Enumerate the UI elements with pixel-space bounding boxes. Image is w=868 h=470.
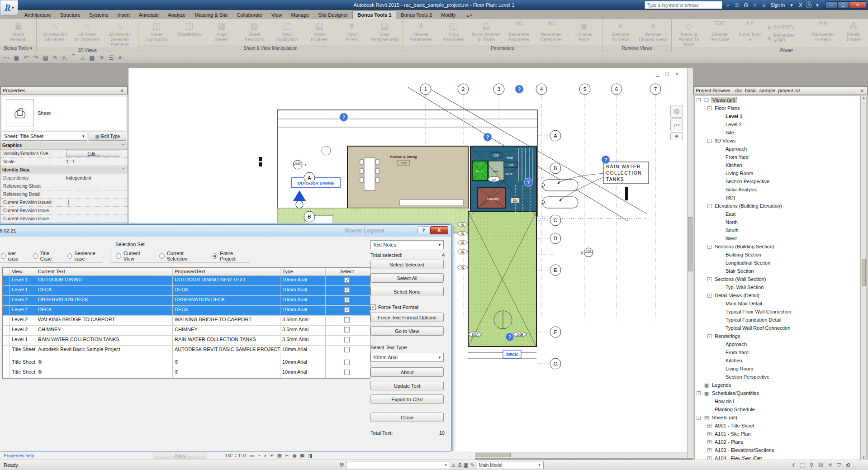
table-row[interactable]: Title SheetAutodesk Revit Basic Sample P… (3, 346, 370, 358)
ribbon-button-view-filters[interactable]: ▼View Filters (336, 19, 368, 45)
view-control-icon-8[interactable]: ◨ (308, 453, 312, 458)
select-none-button[interactable]: Select None (370, 287, 444, 296)
tree-item-level-2[interactable]: Level 2 (695, 120, 860, 128)
about-button[interactable]: About (370, 367, 444, 377)
tree-expander-icon[interactable]: + (707, 448, 711, 452)
qat-icon-7[interactable]: ⌒ (71, 53, 76, 62)
case-radio-title-case[interactable]: Title Case (33, 251, 59, 261)
tree-item-solar-analysis[interactable]: Solar Analysis (695, 185, 860, 194)
tab-massing-site[interactable]: Massing & Site (190, 11, 232, 19)
tab-bonus-tools-1[interactable]: Bonus Tools 1 (352, 10, 396, 19)
row-select-checkbox[interactable] (344, 277, 350, 283)
view-control-icon-7[interactable]: ▣ (300, 453, 304, 458)
tree-item-a103-elevations-sections[interactable]: +A103 - Elevations/Sections (695, 446, 860, 454)
sign-in-button[interactable]: Sign In (769, 3, 786, 8)
tree-expander-icon[interactable]: + (707, 440, 711, 444)
tree-item-longitudinal-section[interactable]: Longitudinal Section (695, 259, 860, 267)
favorites-star-icon[interactable]: ☆ (751, 2, 759, 8)
qat-icon-0[interactable]: ▭ (4, 54, 9, 61)
tree-item-typical-floor-wall-connection[interactable]: Typical Floor Wall Connection (695, 308, 860, 316)
canvas-vertical-scrollbar[interactable] (687, 68, 693, 458)
row-select-checkbox[interactable] (344, 337, 350, 342)
table-row[interactable]: Level 2DECKDECK10mm Arial (3, 306, 370, 316)
design-option-dropdown[interactable]: Main Model▼ (477, 461, 544, 469)
tab-bonus-tools-2[interactable]: Bonus Tools 2 (396, 11, 436, 19)
view-control-icon-0[interactable]: ▭ (249, 453, 254, 458)
user-icon[interactable]: ☺ (760, 2, 768, 8)
ribbon-button-renumber-categories[interactable]: 001Renumber Categories (535, 19, 568, 45)
ribbon-button-navisworks-to-revit[interactable]: N RNavisworks to Revit (808, 19, 839, 47)
edit-type-button[interactable]: ▦Edit Type (89, 132, 126, 141)
view-scale[interactable]: 1/4" = 1'-0 (225, 453, 246, 458)
tab-insert[interactable]: Insert (113, 11, 135, 19)
tree-item-south[interactable]: South (695, 226, 860, 234)
identity-data-section-header[interactable]: Identity Data⌃ (0, 166, 128, 174)
project-browser-title-bar[interactable]: Project Browser - rac_basic_sample_proje… (693, 86, 868, 95)
communication-icon[interactable]: ☊ (742, 2, 749, 8)
ribbon-button-room-number-to-doors[interactable]: ▤Room Number to Doors (470, 19, 503, 45)
help-dropdown-icon[interactable]: ▾ (814, 2, 821, 8)
qat-icon-9[interactable]: ▦ (89, 54, 95, 61)
ribbon-button-view-duplication[interactable]: ◫View Duplication (270, 19, 303, 45)
tree-item-renderings[interactable]: -Renderings (695, 332, 860, 340)
table-row[interactable]: Level 1RAIN WATER COLLECTION TANKSRAIN W… (3, 336, 370, 346)
ribbon-button-sheetemup[interactable]: ◫SheetEMup (173, 19, 205, 45)
application-menu-button[interactable]: R▾ (0, 0, 18, 15)
tab-systems[interactable]: Systems (85, 11, 113, 19)
tab-manage[interactable]: Manage (287, 11, 314, 19)
view-control-icon-2[interactable]: ◑ (263, 453, 266, 458)
tree-expander-icon[interactable]: - (707, 294, 711, 298)
tree-item-a001-title-sheet[interactable]: +A001 - Title Sheet (695, 422, 860, 430)
table-header-row[interactable]: View Current Text ProposedText Type Sele… (3, 268, 370, 276)
ribbon-button-views-to-sheet[interactable]: ▤Views to Sheet (303, 19, 336, 45)
tree-item-how-do-i[interactable]: How do I (695, 397, 860, 405)
row-select-checkbox[interactable] (344, 297, 350, 303)
help-search-box[interactable] (645, 1, 722, 9)
project-browser-close-icon[interactable]: ✕ (859, 88, 865, 93)
tree-item-stair-section[interactable]: Stair Section (695, 267, 860, 275)
tab-analyze[interactable]: Analyze (163, 11, 190, 19)
tree-item-north[interactable]: North (695, 218, 860, 226)
tree-item-typical-foundation-detail[interactable]: Typical Foundation Detail (695, 316, 860, 324)
ribbon-button-3d-views-for-worksets[interactable]: ⌂3d Views for Worksets (71, 19, 104, 47)
selection-radio-current-selection[interactable]: Current Selection (159, 251, 205, 261)
ribbon-button-sheet-duplication[interactable]: ◫Sheet Duplication (140, 19, 173, 45)
close-dialog-button[interactable]: Close (370, 413, 444, 422)
properties-help-link[interactable]: Properties help (4, 453, 126, 458)
worksets-icon[interactable]: ⚒ (339, 462, 344, 468)
tab-collaborate[interactable]: Collaborate (232, 11, 267, 19)
restore-button[interactable]: ▢ (837, 1, 849, 9)
ribbon-button-areas-or-rooms-to-mass[interactable]: ◇Areas or Rooms To Mass (674, 19, 704, 47)
tree-item-3d-views[interactable]: -3D Views (695, 137, 860, 145)
table-row[interactable]: Title Sheet®®10mm Arial (3, 368, 370, 378)
ribbon-group-label[interactable]: Parameters (403, 45, 602, 52)
dialog-title-bar[interactable]: 6.02.21 Room Legend ? X (0, 225, 451, 237)
graphics-section-header[interactable]: Graphics⌃ (0, 142, 128, 150)
exclude-options-icon[interactable]: ⚷ (792, 462, 796, 468)
qat-icon-3[interactable]: ↷ (33, 54, 38, 61)
steering-wheel-icon[interactable]: ◎ (670, 105, 683, 118)
table-row[interactable]: Level 2WALKING BRIDGE TO CARPORTWALKING … (3, 316, 370, 326)
tree-expander-icon[interactable]: - (697, 391, 701, 395)
tree-item-section-perspective[interactable]: Section Perspective (695, 177, 860, 185)
tree-item-east[interactable]: East (695, 210, 860, 218)
ribbon-button-3d-view-for-selected-elements[interactable]: ⌂3d View for Selected Elements (104, 19, 136, 47)
sign-in-dropdown-icon[interactable]: ▾ (788, 2, 795, 8)
ribbon-group-label[interactable]: Remove Views (602, 45, 671, 52)
callout-marker[interactable]: A105 3 (581, 248, 593, 257)
ribbon-button-set-sop-s[interactable]: ◆Set SOP's (767, 24, 806, 30)
help-icon[interactable]: ? (806, 2, 812, 8)
deck-label[interactable]: DECK (503, 350, 521, 358)
row-select-checkbox[interactable] (344, 287, 350, 293)
qat-icon-6[interactable]: A (62, 54, 66, 61)
tree-expander-icon[interactable]: - (697, 98, 701, 102)
tree-item-living-room[interactable]: Living Room (695, 169, 860, 177)
dialog-resize-grip[interactable]: ⋰ (445, 445, 449, 450)
qat-icon-8[interactable]: ⌂ (81, 54, 85, 61)
row-select-checkbox[interactable] (344, 370, 350, 375)
tree-item-living-room[interactable]: Living Room (695, 365, 860, 373)
tab-annotate[interactable]: Annotate (134, 11, 163, 19)
view-control-icon-4[interactable]: ▦ (277, 453, 282, 458)
ribbon-collapse-icon[interactable]: ▴ ▾ (464, 12, 475, 19)
row-select-checkbox[interactable] (344, 327, 350, 332)
